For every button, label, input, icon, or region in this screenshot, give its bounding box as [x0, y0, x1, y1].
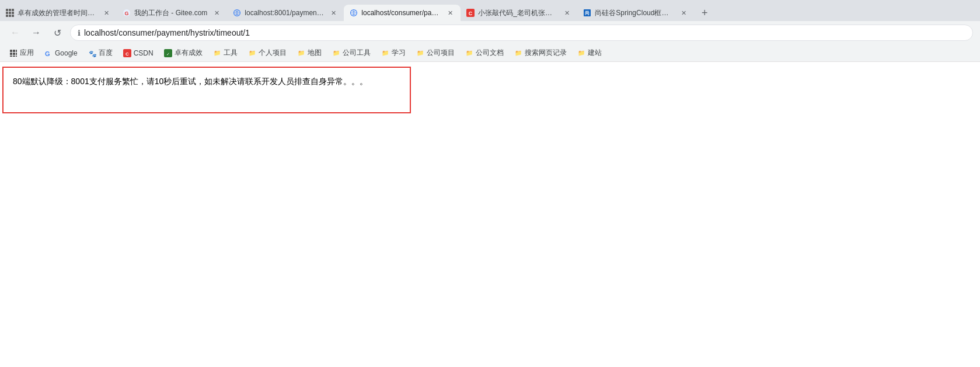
svg-rect-12 — [10, 50, 12, 52]
tab-5[interactable]: C 小张敲代码_老司机张师傅_CSD... ✕ — [461, 5, 577, 21]
folder-tools-icon: 📁 — [213, 49, 221, 57]
tab-6[interactable]: 尚 尚硅谷SpringCloud框架开发... ✕ — [577, 5, 694, 21]
svg-text:G: G — [45, 50, 50, 57]
bookmark-study[interactable]: 📁 学习 — [376, 47, 410, 59]
folder-study-icon: 📁 — [381, 49, 389, 57]
svg-rect-17 — [16, 53, 17, 55]
tab-5-favicon: C — [466, 9, 475, 17]
bookmark-google[interactable]: G Google — [40, 48, 82, 58]
new-tab-button[interactable]: + — [696, 5, 713, 21]
tab-6-close[interactable]: ✕ — [679, 8, 688, 18]
folder-personal-icon: 📁 — [248, 49, 256, 57]
svg-rect-19 — [13, 56, 15, 57]
bookmark-company-projects[interactable]: 📁 公司项目 — [411, 47, 459, 59]
folder-company-projects-icon: 📁 — [416, 49, 424, 57]
bookmark-personal-label: 个人项目 — [259, 48, 287, 58]
back-icon: ← — [11, 27, 20, 38]
tab-1[interactable]: 卓有成效的管理者时间记录表 - ✕ — [0, 5, 117, 21]
tab-1-favicon — [6, 9, 14, 17]
apps-icon — [9, 49, 18, 57]
lock-icon: ℹ — [78, 29, 81, 37]
tab-5-label: 小张敲代码_老司机张师傅_CSD... — [478, 8, 557, 18]
bookmark-company-projects-label: 公司项目 — [427, 48, 455, 58]
forward-button[interactable]: → — [28, 25, 44, 41]
page-message: 80端默认降级：8001支付服务繁忙，请10秒后重试，如未解决请联系开发人员排查… — [13, 77, 368, 86]
bookmark-study-label: 学习 — [392, 48, 406, 58]
folder-search-history-icon: 📁 — [514, 49, 522, 57]
bookmark-tools-label: 工具 — [224, 48, 238, 58]
bookmark-search-history-label: 搜索网页记录 — [525, 48, 567, 58]
csdn-icon: C — [123, 49, 131, 57]
bookmark-csdn-label: CSDN — [134, 49, 154, 57]
tab-6-label: 尚硅谷SpringCloud框架开发... — [595, 8, 674, 18]
baidu-icon: 🐾 — [88, 49, 96, 57]
forward-icon: → — [32, 27, 41, 38]
bookmark-map[interactable]: 📁 地图 — [292, 47, 326, 59]
svg-rect-15 — [10, 53, 12, 55]
svg-rect-18 — [10, 56, 12, 57]
svg-rect-20 — [16, 56, 17, 57]
folder-map-icon: 📁 — [297, 49, 305, 57]
tab-3[interactable]: localhost:8001/payment/hystr... ✕ — [227, 5, 344, 21]
svg-rect-14 — [16, 50, 17, 52]
svg-text:C: C — [469, 11, 473, 16]
message-box: 80端默认降级：8001支付服务繁忙，请10秒后重试，如未解决请联系开发人员排查… — [2, 67, 411, 113]
svg-text:G: G — [124, 11, 128, 16]
bookmark-baidu[interactable]: 🐾 百度 — [83, 47, 117, 59]
tab-1-label: 卓有成效的管理者时间记录表 - — [18, 8, 97, 18]
tab-4[interactable]: localhost/consumer/payment... ✕ — [344, 5, 461, 21]
bookmark-site-building[interactable]: 📁 建站 — [573, 47, 606, 59]
svg-text:尚: 尚 — [585, 11, 590, 16]
page-content: 80端默认降级：8001支付服务繁忙，请10秒后重试，如未解决请联系开发人员排查… — [0, 62, 980, 367]
refresh-icon: ↺ — [54, 27, 61, 39]
bookmark-company-tools[interactable]: 📁 公司工具 — [327, 47, 375, 59]
tab-3-close[interactable]: ✕ — [329, 8, 338, 18]
effective-icon: ✓ — [164, 49, 172, 57]
svg-text:✓: ✓ — [166, 51, 170, 56]
tab-3-label: localhost:8001/payment/hystr... — [245, 9, 324, 17]
tab-2-label: 我的工作台 - Gitee.com — [134, 8, 207, 18]
address-box[interactable]: ℹ localhost/consumer/payment/hystrix/tim… — [70, 25, 973, 41]
svg-text:🐾: 🐾 — [89, 50, 96, 57]
folder-company-tools-icon: 📁 — [332, 49, 340, 57]
bookmark-company-tools-label: 公司工具 — [343, 48, 371, 58]
tab-1-close[interactable]: ✕ — [102, 8, 111, 18]
tab-2-close[interactable]: ✕ — [212, 8, 221, 18]
bookmark-effective[interactable]: ✓ 卓有成效 — [159, 47, 207, 59]
bookmark-apps-label: 应用 — [20, 48, 34, 58]
bookmark-personal[interactable]: 📁 个人项目 — [243, 47, 291, 59]
bookmark-company-docs-label: 公司文档 — [476, 48, 504, 58]
tab-4-close[interactable]: ✕ — [445, 8, 455, 18]
tab-2-favicon: G — [123, 9, 131, 17]
bookmark-site-building-label: 建站 — [588, 48, 602, 58]
svg-rect-16 — [13, 53, 15, 55]
tab-6-favicon: 尚 — [583, 9, 591, 17]
bookmark-google-label: Google — [55, 49, 78, 57]
tab-bar: 卓有成效的管理者时间记录表 - ✕ G 我的工作台 - Gitee.com ✕ — [0, 0, 980, 21]
address-bar-row: ← → ↺ ℹ localhost/consumer/payment/hystr… — [0, 21, 980, 44]
folder-company-docs-icon: 📁 — [465, 49, 473, 57]
bookmark-tools[interactable]: 📁 工具 — [208, 47, 242, 59]
bookmark-apps[interactable]: 应用 — [5, 47, 39, 59]
bookmark-search-history[interactable]: 📁 搜索网页记录 — [510, 47, 571, 59]
tab-2[interactable]: G 我的工作台 - Gitee.com ✕ — [117, 5, 227, 21]
back-button[interactable]: ← — [7, 25, 23, 41]
bookmark-effective-label: 卓有成效 — [175, 48, 203, 58]
svg-rect-13 — [13, 50, 15, 52]
bookmark-csdn[interactable]: C CSDN — [118, 48, 158, 58]
address-text: localhost/consumer/payment/hystrix/timeo… — [84, 28, 965, 37]
browser-frame: 卓有成效的管理者时间记录表 - ✕ G 我的工作台 - Gitee.com ✕ — [0, 0, 980, 367]
bookmark-baidu-label: 百度 — [99, 48, 113, 58]
tab-4-favicon — [350, 9, 358, 17]
google-icon: G — [44, 49, 53, 57]
bookmark-map-label: 地图 — [308, 48, 322, 58]
refresh-button[interactable]: ↺ — [49, 25, 65, 41]
bookmarks-bar: 应用 G Google 🐾 百度 C — [0, 44, 980, 62]
folder-site-building-icon: 📁 — [577, 49, 585, 57]
svg-text:C: C — [125, 51, 129, 56]
tab-5-close[interactable]: ✕ — [562, 8, 571, 18]
bookmark-company-docs[interactable]: 📁 公司文档 — [461, 47, 508, 59]
tab-3-favicon — [233, 9, 241, 17]
tab-4-label: localhost/consumer/payment... — [361, 9, 441, 17]
